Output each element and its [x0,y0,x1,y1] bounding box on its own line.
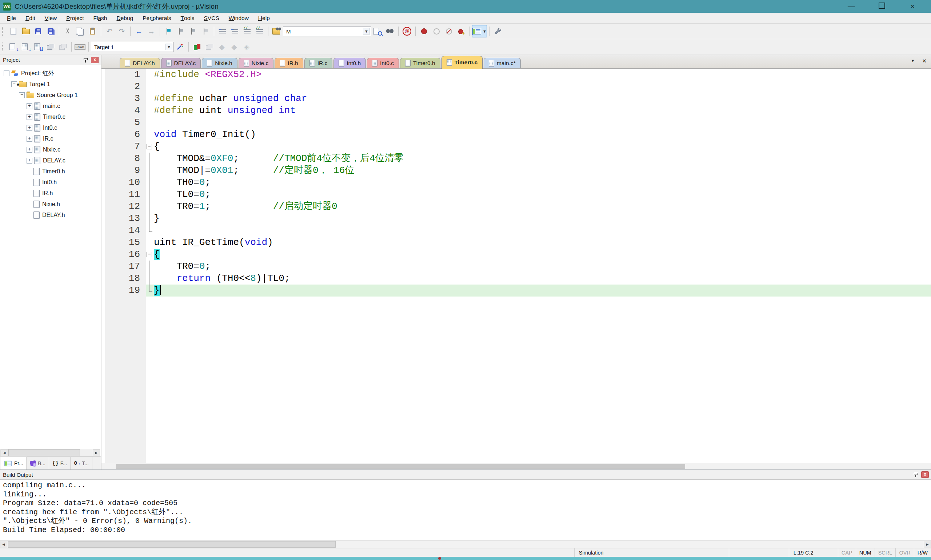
expand-icon[interactable]: + [26,125,32,131]
code-line-13[interactable]: 13} [102,212,931,225]
menu-peripherals[interactable]: Peripherals [138,13,176,23]
find-button[interactable] [371,25,384,37]
pin-icon[interactable] [83,57,88,63]
previous-bookmark-button[interactable] [174,25,187,37]
configure-button[interactable] [492,25,504,37]
expand-icon[interactable]: + [26,103,32,109]
copy-button[interactable] [74,25,86,37]
scroll-left-icon[interactable]: ◀ [0,541,7,548]
panel-tab-functions[interactable]: {}F... [49,457,71,469]
redo-button[interactable]: ↷ [116,25,128,37]
incremental-find-button[interactable]: @ [401,25,413,37]
scroll-right-icon[interactable]: ▶ [924,541,931,548]
outdent-button[interactable] [229,25,241,37]
undo-button[interactable]: ↶ [103,25,116,37]
tree-item-target-1[interactable]: −Target 1 [0,79,101,90]
project-panel-close-button[interactable]: x [91,57,99,63]
manage-layers-button[interactable] [203,41,216,53]
kill-breakpoint-button[interactable] [442,25,455,37]
download-button[interactable]: LOAD [74,41,86,53]
scroll-left-icon[interactable]: ◀ [1,449,8,456]
code-line-2[interactable]: 2 [102,81,931,93]
panel-tab-books[interactable]: B... [27,457,49,469]
kill-all-breakpoints-button[interactable] [455,25,467,37]
code-line-16[interactable]: 16−{ [102,249,931,260]
editor-tab-int0.h[interactable]: Int0.h [333,58,366,68]
save-all-button[interactable] [45,25,57,37]
editor-tab-timer0.c[interactable]: Timer0.c [441,56,482,69]
tree-item-project-[interactable]: −Project: 红外 [0,68,101,79]
code-line-14[interactable]: 14 [102,225,931,237]
navigate-forward-button[interactable]: → [145,25,157,37]
clear-bookmarks-button[interactable] [199,25,212,37]
manage-components-button[interactable] [191,41,203,53]
close-button[interactable]: × [908,2,917,11]
batch-build-button[interactable] [45,41,57,53]
tree-item-timer0.h[interactable]: Timer0.h [0,166,101,177]
code-line-8[interactable]: 8 TMOD&=0XF0; //TMOD前4位不变，后4位清零 [102,152,931,165]
editor-tab-ir.h[interactable]: IR.h [274,58,303,68]
manage-paths-button[interactable]: ◈ [240,41,253,53]
comment-button[interactable] [241,25,253,37]
menu-project[interactable]: Project [62,13,88,23]
menu-window[interactable]: Window [224,13,253,23]
paste-button[interactable] [86,25,99,37]
options-for-target-button[interactable] [174,41,186,53]
manage-books-button[interactable]: ◆ [216,41,228,53]
restore-button[interactable] [877,2,886,11]
toolbar-drag-handle[interactable] [2,27,5,35]
editor-tab-timer0.h[interactable]: Timer0.h [400,58,441,68]
tree-item-nixie.c[interactable]: +Nixie.c [0,144,101,155]
window-layout-button[interactable]: ▼ [472,25,487,37]
menu-view[interactable]: View [40,13,62,23]
tab-list-dropdown-icon[interactable]: ▼ [911,58,915,64]
batch-setup-button[interactable] [57,41,69,53]
translate-button[interactable]: ↓ [7,41,20,53]
code-line-6[interactable]: 6void Timer0_Init() [102,129,931,141]
new-file-button[interactable] [7,25,20,37]
tree-item-int0.h[interactable]: Int0.h [0,177,101,188]
cut-button[interactable] [62,25,74,37]
expand-icon[interactable]: + [26,147,32,152]
tree-item-ir.c[interactable]: +IR.c [0,133,101,144]
rebuild-button[interactable]: ⇊ [32,41,45,53]
minimize-button[interactable]: — [847,2,856,11]
tree-item-delay.c[interactable]: +DELAY.c [0,155,101,166]
editor-tab-delay.h[interactable]: DELAY.h [120,58,160,68]
editor-tab-nixie.c[interactable]: Nixie.c [239,58,274,68]
code-line-18[interactable]: 18 return (TH0<<8)|TL0; [102,272,931,285]
tree-item-delay.h[interactable]: DELAY.h [0,210,101,221]
scrollbar-thumb[interactable] [116,464,685,469]
menu-help[interactable]: Help [253,13,274,23]
tab-close-icon[interactable]: ✕ [922,58,926,64]
code-line-19[interactable]: 19} [102,285,931,297]
menu-file[interactable]: File [2,13,21,23]
menu-svcs[interactable]: SVCS [199,13,224,23]
uncomment-button[interactable] [253,25,266,37]
menu-debug[interactable]: Debug [112,13,138,23]
manage-extensions-button[interactable]: ◆ [228,41,240,53]
code-line-1[interactable]: 1#include <REGX52.H> [102,69,931,81]
tree-item-nixie.h[interactable]: Nixie.h [0,199,101,210]
code-line-17[interactable]: 17 TR0=0; [102,260,931,272]
tree-item-int0.c[interactable]: +Int0.c [0,123,101,133]
fold-collapse-icon[interactable]: − [146,141,154,152]
find-text-combo[interactable]: M▼ [283,25,371,37]
collapse-icon[interactable]: − [4,71,9,76]
collapse-icon[interactable]: − [19,92,25,98]
code-line-9[interactable]: 9 TMOD|=0X01; //定时器0， 16位 [102,165,931,177]
build-output-close-button[interactable]: x [921,471,929,478]
collapse-icon[interactable]: − [11,82,17,87]
disable-breakpoint-button[interactable] [430,25,442,37]
tree-item-source-group-1[interactable]: −Source Group 1 [0,90,101,101]
fold-collapse-icon[interactable]: − [146,249,154,260]
code-line-4[interactable]: 4#define uint unsigned int [102,105,931,117]
navigate-back-button[interactable]: ← [133,25,145,37]
code-line-10[interactable]: 10 TH0=0; [102,177,931,189]
save-button[interactable] [32,25,45,37]
scrollbar-thumb[interactable] [8,541,336,548]
editor-tab-nixie.h[interactable]: Nixie.h [202,58,237,68]
panel-tab-project-tab[interactable]: Pr... [0,457,27,469]
expand-icon[interactable]: + [26,114,32,120]
menu-flash[interactable]: Flash [89,13,112,23]
